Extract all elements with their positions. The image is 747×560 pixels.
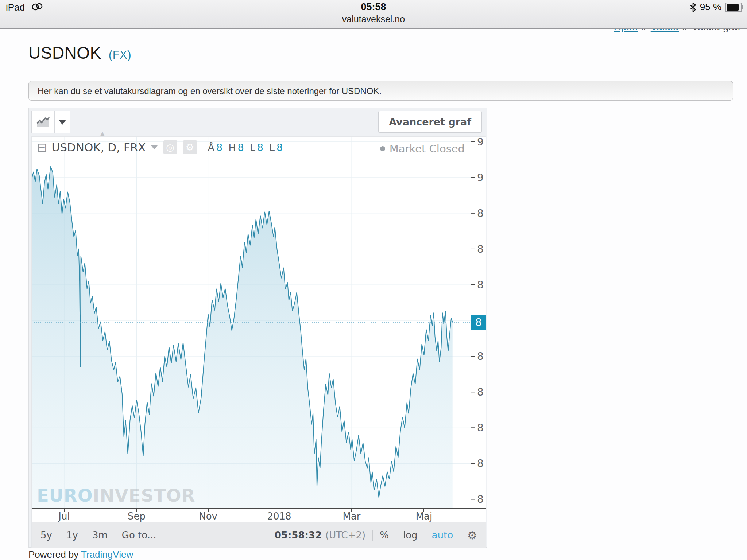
market-status: Market Closed bbox=[380, 143, 465, 155]
tradingview-link[interactable]: TradingView bbox=[81, 549, 133, 560]
range-1y-button[interactable]: 1y bbox=[66, 530, 78, 541]
ohlc-low: L8 bbox=[250, 142, 263, 153]
y-axis-label: 9 bbox=[477, 172, 484, 184]
x-axis-label: 2018 bbox=[257, 511, 301, 522]
chart-clock: 05:58:32 bbox=[275, 530, 322, 541]
market-status-dot-icon bbox=[380, 146, 385, 151]
price-chart-svg[interactable]: 998888888888 bbox=[32, 137, 486, 508]
y-axis-label: 8 bbox=[477, 279, 484, 291]
plot-area[interactable]: 998888888888 ⊟ USDNOK, D, FRX ◎ ⚙ Å8 H8 … bbox=[32, 137, 486, 508]
advanced-chart-button[interactable]: Avanceret graf bbox=[378, 111, 482, 133]
y-axis-label: 8 bbox=[477, 458, 484, 470]
area-chart-icon bbox=[35, 116, 51, 128]
page-title: USDNOK(FX) bbox=[28, 43, 131, 63]
page-title-symbol: USDNOK bbox=[28, 43, 101, 62]
divider bbox=[85, 530, 85, 541]
chart-timezone[interactable]: (UTC+2) bbox=[325, 530, 365, 541]
y-axis-label: 8 bbox=[477, 422, 484, 434]
symbol-label[interactable]: USDNOK, D, FRX bbox=[52, 141, 146, 154]
status-clock: 05:58 bbox=[0, 1, 747, 13]
powered-by: Powered by TradingView bbox=[28, 549, 133, 560]
chart-widget: ▲ Avanceret graf 998888888888 ⊟ USDNOK, … bbox=[28, 108, 487, 548]
log-scale-button[interactable]: log bbox=[403, 530, 418, 541]
symbol-chevron-down-icon[interactable] bbox=[151, 145, 158, 149]
divider bbox=[372, 530, 373, 541]
percent-scale-button[interactable]: % bbox=[380, 530, 389, 541]
market-status-label: Market Closed bbox=[390, 143, 465, 155]
divider bbox=[115, 530, 115, 541]
battery-icon bbox=[725, 3, 742, 12]
description-box: Her kan du se et valutakursdiagram og en… bbox=[28, 81, 733, 101]
battery-percent: 95 % bbox=[700, 1, 721, 13]
x-axis-label: Jul bbox=[42, 511, 86, 522]
chart-type-dropdown-button[interactable] bbox=[54, 111, 70, 133]
range-3m-button[interactable]: 3m bbox=[92, 530, 108, 541]
range-5y-button[interactable]: 5y bbox=[40, 530, 52, 541]
auto-scale-button[interactable]: auto bbox=[432, 530, 453, 541]
divider bbox=[396, 530, 396, 541]
status-bar: iPad 05:58 95 % valutaveksel.no bbox=[0, 0, 747, 29]
circle-dot-icon: ◎ bbox=[166, 142, 174, 153]
y-axis-label: 9 bbox=[477, 137, 484, 148]
chart-panel: 998888888888 ⊟ USDNOK, D, FRX ◎ ⚙ Å8 H8 … bbox=[31, 136, 486, 548]
ohlc-high: H8 bbox=[228, 142, 244, 153]
ohlc-open: Å8 bbox=[208, 142, 223, 153]
y-axis-label: 8 bbox=[477, 386, 484, 398]
svg-text:8: 8 bbox=[475, 316, 482, 328]
chart-legend: ⊟ USDNOK, D, FRX ◎ ⚙ Å8 H8 L8 L8 bbox=[37, 140, 283, 154]
y-axis-label: 8 bbox=[477, 493, 484, 505]
ohlc-close: L8 bbox=[269, 142, 283, 153]
y-axis-label: 8 bbox=[477, 207, 484, 219]
goto-button[interactable]: Go to... bbox=[122, 530, 156, 541]
y-axis-label: 8 bbox=[477, 243, 484, 255]
ohlc-values: Å8 H8 L8 L8 bbox=[208, 142, 283, 153]
status-row: iPad 05:58 95 % bbox=[0, 0, 747, 12]
y-axis-label: 8 bbox=[477, 350, 484, 362]
visibility-button[interactable]: ◎ bbox=[163, 140, 177, 154]
bluetooth-icon bbox=[690, 2, 696, 12]
widget-toolbar: ▲ Avanceret graf bbox=[29, 108, 487, 136]
divider bbox=[425, 530, 425, 541]
chart-type-button[interactable] bbox=[31, 111, 55, 133]
status-right-cluster: 95 % bbox=[690, 1, 742, 13]
collapse-legend-icon[interactable]: ⊟ bbox=[37, 141, 47, 153]
area-fill bbox=[32, 166, 453, 508]
powered-by-label: Powered by bbox=[28, 549, 78, 560]
chevron-down-icon bbox=[59, 120, 66, 125]
screen: iPad 05:58 95 % valutaveksel.no Hjem»Val… bbox=[0, 0, 747, 560]
chart-settings-gear-icon[interactable]: ⚙ bbox=[467, 529, 477, 542]
x-axis-label: Maj bbox=[402, 511, 446, 522]
divider bbox=[460, 530, 460, 541]
page-title-suffix: (FX) bbox=[109, 48, 131, 61]
gear-icon: ⚙ bbox=[186, 142, 194, 153]
x-axis-label: Nov bbox=[186, 511, 230, 522]
url-bar[interactable]: valutaveksel.no bbox=[0, 14, 747, 24]
collapse-toolbar-triangle-icon[interactable]: ▲ bbox=[100, 130, 105, 137]
x-axis[interactable]: JulSepNov2018MarMaj bbox=[32, 508, 486, 522]
euroinvestor-watermark: EUROINVESTOR bbox=[37, 485, 196, 506]
series-settings-button[interactable]: ⚙ bbox=[183, 140, 197, 154]
x-axis-label: Mar bbox=[330, 511, 374, 522]
chart-bottom-toolbar: 5y 1y 3m Go to... 05:58:32 (UTC+2) % log… bbox=[32, 522, 486, 548]
divider bbox=[59, 530, 59, 541]
x-axis-label: Sep bbox=[115, 511, 159, 522]
